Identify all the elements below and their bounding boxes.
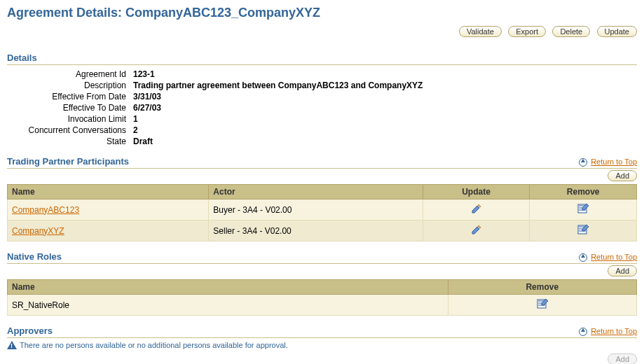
native-roles-heading-text: Native Roles xyxy=(7,251,62,262)
detail-value: 2 xyxy=(133,125,637,135)
participant-link[interactable]: CompanyABC123 xyxy=(12,205,79,215)
details-grid: Agreement Id123-1 DescriptionTrading par… xyxy=(7,65,637,146)
detail-value: Draft xyxy=(133,136,637,146)
remove-icon[interactable] xyxy=(536,302,549,312)
return-to-top-link[interactable]: Return to Top xyxy=(591,158,637,166)
pencil-icon[interactable] xyxy=(471,206,482,216)
col-remove: Remove xyxy=(448,280,636,295)
approvers-info-text: There are no persons available or no add… xyxy=(20,341,288,349)
col-name: Name xyxy=(8,185,209,200)
table-row: CompanyABC123 Buyer - 3A4 - V02.00 xyxy=(8,200,637,220)
top-toolbar: Validate Export Delete Update xyxy=(7,23,637,43)
col-actor: Actor xyxy=(209,185,423,200)
approvers-heading-text: Approvers xyxy=(7,326,53,336)
table-row: CompanyXYZ Seller - 3A4 - V02.00 xyxy=(8,220,637,241)
export-button[interactable]: Export xyxy=(508,26,546,37)
detail-label: Effective From Date xyxy=(7,92,133,102)
participants-add-button[interactable]: Add xyxy=(608,170,637,181)
detail-label: Agreement Id xyxy=(7,69,133,79)
detail-label: Concurrent Conversations xyxy=(7,125,133,135)
return-to-top-icon xyxy=(579,328,587,336)
participant-actor: Seller - 3A4 - V02.00 xyxy=(209,220,423,241)
validate-button[interactable]: Validate xyxy=(459,26,502,37)
return-to-top-icon xyxy=(579,158,587,167)
native-role-name: SR_NativeRole xyxy=(8,295,448,316)
native-roles-heading: Native Roles Return to Top xyxy=(7,248,637,264)
participant-link[interactable]: CompanyXYZ xyxy=(12,226,64,236)
remove-icon[interactable] xyxy=(577,228,589,238)
col-remove: Remove xyxy=(530,185,637,200)
detail-label: Effective To Date xyxy=(7,103,133,113)
detail-value: 1 xyxy=(133,114,637,124)
return-to-top-icon xyxy=(579,253,587,262)
detail-value: 123-1 xyxy=(133,69,637,79)
table-row: SR_NativeRole xyxy=(8,295,637,316)
warning-icon xyxy=(7,341,17,349)
participants-table: Name Actor Update Remove CompanyABC123 B… xyxy=(7,184,637,241)
detail-label: State xyxy=(7,136,133,146)
return-to-top-link[interactable]: Return to Top xyxy=(591,253,637,261)
return-to-top: Return to Top xyxy=(579,253,637,262)
return-to-top: Return to Top xyxy=(579,158,637,167)
col-name: Name xyxy=(8,280,448,295)
delete-button[interactable]: Delete xyxy=(552,26,590,37)
native-roles-table: Name Remove SR_NativeRole xyxy=(7,279,637,316)
native-roles-add-button[interactable]: Add xyxy=(608,265,637,276)
update-button[interactable]: Update xyxy=(597,26,637,37)
page-title: Agreement Details: CompanyABC123_Company… xyxy=(7,6,637,23)
details-heading: Details xyxy=(7,50,637,65)
detail-value: 6/27/03 xyxy=(133,103,637,113)
return-to-top: Return to Top xyxy=(579,327,637,336)
detail-label: Description xyxy=(7,80,133,90)
approvers-heading: Approvers Return to Top xyxy=(7,323,637,338)
approvers-add-button: Add xyxy=(608,354,637,364)
participant-actor: Buyer - 3A4 - V02.00 xyxy=(209,200,423,220)
participants-heading: Trading Partner Participants Return to T… xyxy=(7,153,637,169)
remove-icon[interactable] xyxy=(577,207,589,217)
detail-value: 3/31/03 xyxy=(133,92,637,102)
detail-label: Invocation Limit xyxy=(7,114,133,124)
detail-value: Trading partner agreement between Compan… xyxy=(133,80,637,90)
participants-heading-text: Trading Partner Participants xyxy=(7,156,129,167)
approvers-info: There are no persons available or no add… xyxy=(7,338,637,352)
pencil-icon[interactable] xyxy=(471,227,482,237)
return-to-top-link[interactable]: Return to Top xyxy=(591,327,637,335)
col-update: Update xyxy=(423,185,530,200)
